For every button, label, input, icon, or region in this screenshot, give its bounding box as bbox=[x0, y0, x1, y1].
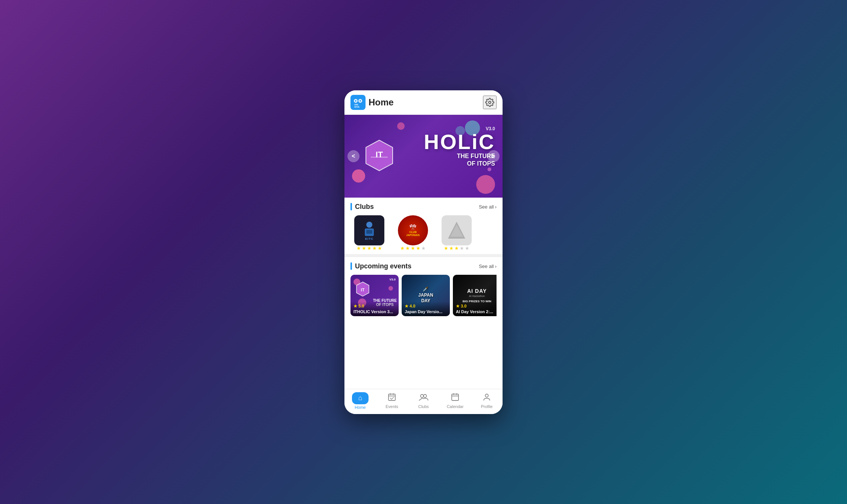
page-title: Home bbox=[369, 97, 483, 108]
section-divider bbox=[344, 254, 503, 257]
event-overlay-itholic: ★ 5.0 ITHOLIC Version 3... bbox=[350, 301, 399, 316]
events-see-all[interactable]: See all › bbox=[479, 263, 497, 269]
nav-item-calendar[interactable]: Calendar bbox=[444, 393, 466, 409]
profile-icon bbox=[483, 393, 491, 404]
nav-label-calendar: Calendar bbox=[447, 404, 464, 409]
clubs-section: Clubs See all › EITC bbox=[344, 198, 503, 254]
nav-item-clubs[interactable]: Clubs bbox=[412, 393, 435, 409]
club-card-triangle[interactable]: ★ ★ ★ ★ ★ bbox=[438, 215, 475, 251]
events-chevron-right-icon: › bbox=[495, 263, 497, 269]
app-header: UNI HIVE Home bbox=[344, 90, 503, 115]
banner-title: HOLiC bbox=[424, 131, 495, 152]
phone-frame: UNI HIVE Home IT bbox=[344, 90, 503, 414]
clubs-icon bbox=[419, 393, 428, 404]
svg-rect-17 bbox=[388, 394, 395, 400]
nav-item-events[interactable]: Events bbox=[381, 393, 403, 409]
svg-rect-12 bbox=[366, 230, 372, 234]
svg-text:IT: IT bbox=[361, 287, 365, 292]
club-logo-eitc: EITC bbox=[354, 215, 384, 245]
clubs-see-all[interactable]: See all › bbox=[479, 204, 497, 210]
event-rating-ai: ★ 3.0 bbox=[456, 304, 497, 309]
home-icon: ⌂ bbox=[358, 394, 363, 402]
event-card-ai[interactable]: AI DAY AI Hackathon BIG PRIZES TO WIN ★ … bbox=[453, 275, 497, 316]
nav-label-profile: Profile bbox=[481, 404, 492, 409]
clubs-header: Clubs See all › bbox=[350, 203, 497, 211]
calendar-icon bbox=[451, 393, 459, 404]
svg-text:HIVE: HIVE bbox=[354, 106, 360, 108]
events-title: Upcoming events bbox=[350, 262, 411, 270]
events-section: Upcoming events See all › bbox=[344, 257, 503, 322]
banner-hex-logo: IT bbox=[365, 139, 393, 173]
svg-rect-23 bbox=[452, 394, 459, 400]
nav-label-home: Home bbox=[355, 405, 366, 410]
club-logo-japonais: 🎌 CLUBJAPONAIS bbox=[398, 215, 428, 245]
svg-point-27 bbox=[485, 394, 488, 397]
event-rating-japan: ★ 4.0 bbox=[405, 304, 447, 309]
banner-text: V3.0 HOLiC THE FUTURE OF ITOPS bbox=[424, 126, 495, 168]
event-card-japan[interactable]: 🗡️JAPANDAY ★ 4.0 Japan Day Versio... bbox=[402, 275, 450, 316]
clubs-title: Clubs bbox=[350, 203, 374, 211]
eitc-figure-icon bbox=[362, 220, 377, 237]
event-rating-itholic: ★ 5.0 bbox=[353, 304, 396, 309]
clubs-row: EITC ★ ★ ★ ★ ★ 🎌 CLUBJAPONA bbox=[350, 215, 497, 251]
event-name-itholic: ITHOLIC Version 3... bbox=[353, 309, 396, 314]
event-card-itholic[interactable]: IT V3.0 THE FUTUREOF ITOPS ★ 5.0 ITHOLIC… bbox=[350, 275, 399, 316]
nav-label-clubs: Clubs bbox=[418, 404, 429, 409]
event-overlay-ai: ★ 3.0 AI Day Version 2:... bbox=[453, 301, 497, 316]
bottom-navigation: ⌂ Home Events bbox=[344, 389, 503, 414]
event-name-japan: Japan Day Versio... bbox=[405, 309, 447, 314]
event-name-ai: AI Day Version 2:... bbox=[456, 309, 497, 314]
club-card-japonais[interactable]: 🎌 CLUBJAPONAIS ★ ★ ★ ★ ★ bbox=[394, 215, 432, 251]
svg-point-10 bbox=[366, 222, 372, 228]
nav-item-home[interactable]: ⌂ Home bbox=[349, 392, 372, 410]
main-content: Clubs See all › EITC bbox=[344, 198, 503, 389]
app-logo: UNI HIVE bbox=[350, 95, 366, 110]
svg-point-6 bbox=[489, 101, 491, 104]
club-card-eitc[interactable]: EITC ★ ★ ★ ★ ★ bbox=[350, 215, 388, 251]
svg-point-22 bbox=[424, 394, 427, 397]
banner-next-button[interactable]: > bbox=[487, 150, 500, 162]
home-bg: ⌂ bbox=[352, 392, 369, 404]
itholic-hex-icon: IT bbox=[356, 282, 369, 297]
deco-circle-3 bbox=[352, 169, 365, 183]
gear-icon bbox=[485, 98, 494, 107]
banner-prev-button[interactable]: < bbox=[347, 150, 360, 162]
clubs-accent-bar bbox=[350, 203, 352, 210]
deco-circle-5 bbox=[397, 122, 405, 130]
club-stars-triangle: ★ ★ ★ ★ ★ bbox=[444, 245, 469, 251]
event-overlay-japan: ★ 4.0 Japan Day Versio... bbox=[402, 301, 450, 316]
club-stars-japonais: ★ ★ ★ ★ ★ bbox=[400, 245, 426, 251]
events-accent-bar bbox=[350, 262, 352, 270]
banner-subtitle: THE FUTURE OF ITOPS bbox=[424, 152, 495, 168]
svg-text:IT: IT bbox=[376, 150, 383, 159]
triangle-shape-icon bbox=[447, 220, 466, 241]
nav-item-profile[interactable]: Profile bbox=[475, 393, 498, 409]
events-header: Upcoming events See all › bbox=[350, 262, 497, 270]
settings-button[interactable] bbox=[483, 96, 497, 109]
svg-point-21 bbox=[420, 394, 424, 397]
svg-point-3 bbox=[360, 100, 361, 102]
nav-label-events: Events bbox=[385, 404, 398, 409]
club-logo-triangle bbox=[442, 215, 472, 245]
events-row: IT V3.0 THE FUTUREOF ITOPS ★ 5.0 ITHOLIC… bbox=[350, 275, 497, 319]
chevron-right-icon: › bbox=[495, 204, 497, 210]
hero-banner: IT V3.0 HOLiC THE FUTURE OF ITOPS < > bbox=[344, 115, 503, 198]
events-icon bbox=[388, 393, 396, 404]
svg-point-1 bbox=[355, 100, 356, 102]
banner-version: V3.0 bbox=[424, 126, 495, 131]
club-stars-eitc: ★ ★ ★ ★ ★ bbox=[356, 245, 382, 251]
deco-circle-4 bbox=[476, 175, 495, 194]
